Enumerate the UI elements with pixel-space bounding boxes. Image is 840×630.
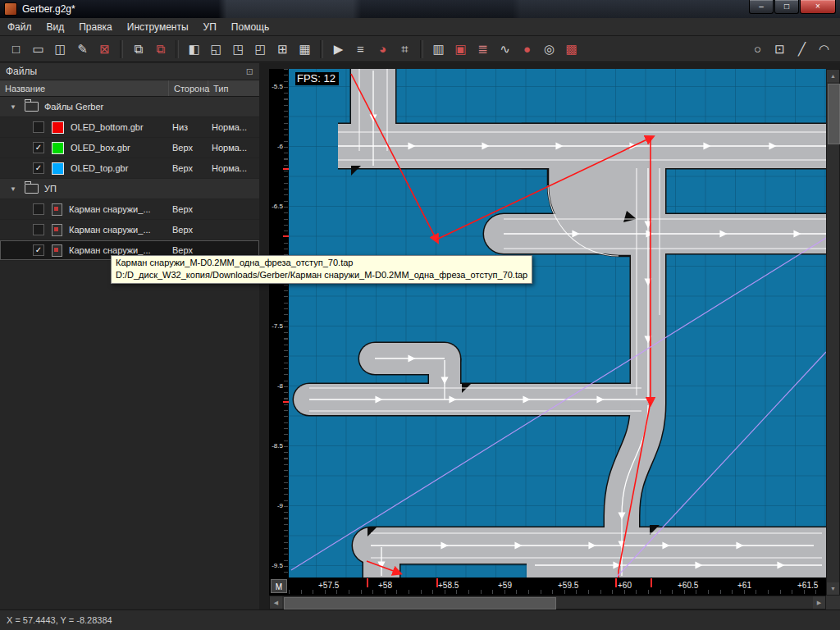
application-window: Gerber.g2g* – □ × Файл Вид Правка Инстру… — [0, 0, 840, 630]
scroll-right-icon[interactable]: ▶ — [813, 596, 825, 609]
scrollbar-corner — [826, 596, 840, 609]
new-file-icon[interactable]: □ — [6, 39, 26, 59]
panel-copper-icon[interactable]: ▥ — [428, 39, 449, 59]
ruler-label: -7.5 — [269, 322, 283, 330]
group-row-gerber[interactable]: ▼ Файлы Gerber — [0, 97, 259, 117]
ruler-label: -6.5 — [269, 203, 283, 210]
file-side: Верх — [172, 143, 212, 153]
panel-red-icon[interactable]: ▣ — [450, 39, 471, 59]
menu-tools[interactable]: Инструменты — [120, 19, 196, 35]
scroll-down-icon[interactable]: ▼ — [827, 582, 839, 595]
scroll-left-icon[interactable]: ◀ — [270, 596, 282, 609]
maximize-button[interactable]: □ — [774, 0, 799, 14]
visibility-checkbox[interactable] — [33, 203, 44, 215]
nc-row-1[interactable]: Карман снаружи_... Верх — [0, 199, 259, 220]
frame-select-icon[interactable]: ◧ — [184, 39, 204, 59]
ruler-units-button[interactable]: M — [271, 579, 287, 593]
close-button[interactable]: × — [800, 0, 836, 14]
column-header-row: Название Сторона Тип — [0, 80, 259, 97]
menu-help[interactable]: Помощь — [224, 19, 276, 35]
ruler-label: -9 — [269, 502, 283, 509]
column-header-side[interactable]: Сторона — [169, 80, 208, 96]
nc-file-icon — [52, 224, 62, 236]
ruler-label: +61 — [737, 581, 751, 590]
toolbar-separator — [420, 40, 423, 58]
rect-dot-tool-icon[interactable]: ⊡ — [769, 39, 790, 59]
menu-file[interactable]: Файл — [0, 19, 39, 35]
folder-icon — [25, 184, 39, 194]
pcb-render[interactable] — [289, 69, 826, 578]
file-row-oled-bottom[interactable]: OLED_bottom.gbr Низ Норма... — [0, 117, 259, 138]
edit-file-icon[interactable]: ✎ — [72, 39, 93, 59]
save-file-icon[interactable]: ◫ — [50, 39, 71, 59]
group-label: Файлы Gerber — [44, 102, 103, 112]
line-tool-icon[interactable]: ╱ — [792, 39, 812, 59]
layer-color-swatch[interactable] — [52, 142, 64, 154]
tooltip-line-2: D:/D_диск_W32_копия/Downloads/Gerber/Кар… — [116, 269, 527, 281]
ruler-marker — [283, 235, 289, 237]
file-row-oled-top[interactable]: ✓ OLED_top.gbr Верх Норма... — [0, 158, 259, 179]
horizontal-scrollbar[interactable]: ◀ ▶ — [269, 596, 826, 609]
menu-nc[interactable]: УП — [196, 19, 224, 35]
paste-gerber-icon[interactable]: ⧉ — [150, 39, 171, 59]
layer-color-swatch[interactable] — [52, 162, 64, 175]
pin-icon[interactable]: ⊡ — [246, 66, 253, 77]
file-name: Карман снаружи_... — [69, 245, 172, 255]
canvas-area: -5.5 -6 -6.5 -7 -7.5 -8 -8.5 -9 -9.5 FPS… — [259, 63, 840, 609]
chevron-down-icon[interactable]: ▼ — [7, 103, 20, 111]
tooltip: Карман снаружи_M-D0.2MM_одна_фреза_отсту… — [111, 255, 532, 284]
curve-tool-icon[interactable]: ∿ — [495, 39, 515, 59]
nc-row-2[interactable]: Карман снаружи_... Верх — [0, 220, 259, 240]
visibility-checkbox[interactable]: ✓ — [33, 162, 44, 174]
column-header-type[interactable]: Тип — [208, 80, 259, 96]
window-title: Gerber.g2g* — [22, 3, 75, 15]
transform-b-icon[interactable]: ◳ — [228, 39, 249, 59]
visibility-checkbox[interactable]: ✓ — [33, 142, 44, 153]
dot-red-icon[interactable]: ● — [517, 39, 537, 59]
column-header-name[interactable]: Название — [0, 80, 169, 96]
scroll-up-icon[interactable]: ▲ — [827, 70, 839, 82]
chevron-down-icon[interactable]: ▼ — [7, 185, 20, 193]
target-tool-icon[interactable]: ◎ — [539, 39, 559, 59]
vertical-scrollbar-thumb[interactable] — [828, 84, 840, 144]
file-type: Норма... — [212, 122, 259, 132]
report-list-icon[interactable]: ≡ — [350, 39, 371, 59]
close-file-icon[interactable]: ⊠ — [94, 39, 115, 59]
run-job-icon[interactable]: ▶ — [328, 39, 349, 59]
copy-gerber-icon[interactable]: ⧉ — [128, 39, 148, 59]
transform-a-icon[interactable]: ◱ — [206, 39, 226, 59]
layer-color-swatch[interactable] — [52, 121, 64, 134]
files-panel-header: Файлы ⊡ — [0, 63, 259, 80]
menu-view[interactable]: Вид — [39, 19, 72, 35]
file-row-oled-box[interactable]: ✓ OLED_box.gbr Верх Норма... — [0, 138, 259, 158]
menu-edit[interactable]: Правка — [71, 19, 120, 35]
list-red-icon[interactable]: ≣ — [472, 39, 493, 59]
arc-tool-icon[interactable]: ◠ — [814, 39, 834, 59]
grid-fill-icon[interactable]: ▦ — [294, 39, 315, 59]
grid-add-icon[interactable]: ⊞ — [272, 39, 293, 59]
file-name: OLED_top.gbr — [71, 163, 172, 173]
ruler-label: +60.5 — [678, 581, 698, 590]
toolbar-separator — [120, 40, 123, 58]
transform-c-icon[interactable]: ◰ — [250, 39, 271, 59]
horizontal-scrollbar-thumb[interactable] — [284, 597, 556, 609]
horizontal-ruler: M +57.5 +58 +58.5 +59 +59.5 +60 +60.5 +6… — [269, 578, 826, 596]
group-row-nc[interactable]: ▼ УП — [0, 179, 259, 199]
visibility-checkbox[interactable] — [33, 224, 44, 235]
ruler-label: +60 — [618, 581, 632, 590]
circle-tool-icon[interactable]: ○ — [747, 39, 768, 59]
pcb-viewport[interactable]: FPS: 12 — [289, 69, 826, 578]
hatch-red-icon[interactable]: ▩ — [561, 39, 582, 59]
ruler-marker — [283, 168, 289, 170]
vertical-scrollbar[interactable]: ▲ ▼ — [826, 69, 840, 596]
visibility-checkbox[interactable] — [33, 121, 44, 133]
open-file-icon[interactable]: ▭ — [28, 39, 48, 59]
mill-round-icon[interactable]: ◕ — [372, 39, 393, 59]
minimize-button[interactable]: – — [749, 0, 774, 14]
folder-icon — [25, 102, 39, 112]
visibility-checkbox[interactable]: ✓ — [33, 244, 44, 256]
toolbar-separator — [320, 40, 323, 58]
ruler-marker — [367, 578, 368, 587]
drill-table-icon[interactable]: ⌗ — [395, 39, 415, 59]
titlebar[interactable]: Gerber.g2g* – □ × — [0, 0, 840, 18]
